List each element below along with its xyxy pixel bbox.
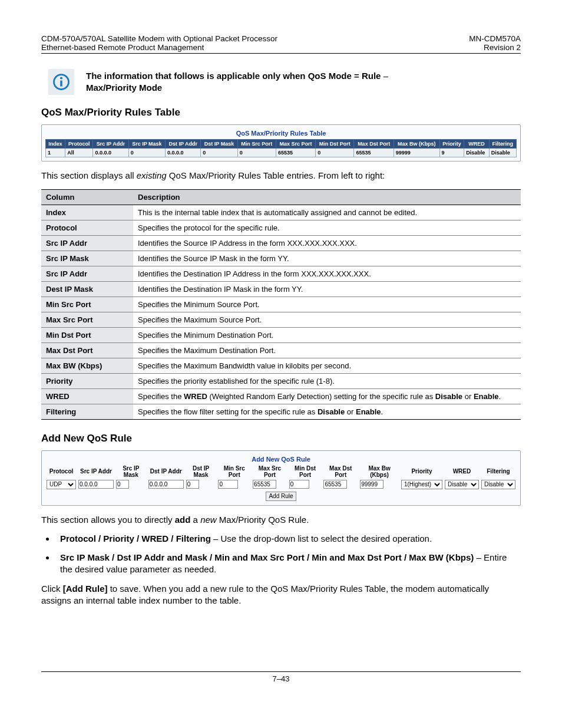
intro-paragraph-2: This section allows you to directly add … — [41, 514, 521, 526]
table-row: PrioritySpecifies the priority establish… — [41, 373, 521, 388]
col-filtering: Filtering — [489, 140, 516, 149]
col-index: Index — [46, 140, 65, 149]
svg-point-2 — [60, 77, 62, 79]
filtering-select[interactable]: Disable — [481, 480, 515, 489]
list-item: Src IP Mask / Dst IP Addr and Mask / Min… — [55, 552, 521, 576]
col-maxbw: Max Bw (Kbps) — [394, 140, 439, 149]
header-left-2: Ethernet-based Remote Product Management — [41, 43, 204, 52]
coldesc-head-column: Column — [41, 189, 133, 205]
info-text: The information that follows is applicab… — [86, 69, 388, 94]
section-add-rule: Add New QoS Rule — [41, 433, 521, 444]
table-row: IndexThis is the internal table index th… — [41, 205, 521, 220]
wred-select[interactable]: Disable — [445, 480, 479, 489]
col-maxdst: Max Dst Port — [354, 140, 394, 149]
protocol-select[interactable]: UDP — [47, 480, 76, 489]
priority-select[interactable]: 1(Highest) — [401, 480, 442, 489]
list-item: Protocol / Priority / WRED / Filtering –… — [55, 533, 521, 545]
table-row: Max BW (Kbps)Specifies the Maximum Bandw… — [41, 358, 521, 373]
max-src-port-input[interactable] — [253, 480, 276, 489]
add-panel-title: Add New QoS Rule — [45, 454, 517, 465]
src-mask-input[interactable] — [116, 480, 129, 489]
page-footer: 7–43 — [41, 671, 521, 683]
col-protocol: Protocol — [65, 140, 93, 149]
closing-paragraph: Click [Add Rule] to save. When you add a… — [41, 583, 521, 607]
dst-ip-input[interactable] — [148, 480, 184, 489]
table-row: Max Src PortSpecifies the Maximum Source… — [41, 312, 521, 327]
page-header: CDM-570A/570AL Satellite Modem with Opti… — [41, 34, 521, 54]
col-wred: WRED — [464, 140, 489, 149]
svg-rect-1 — [60, 81, 62, 87]
add-rule-form: Protocol Src IP Addr Src IP Mask Dst IP … — [45, 465, 517, 502]
header-right-1: MN-CDM570A — [469, 34, 521, 43]
col-srcmask: Src IP Mask — [128, 140, 165, 149]
col-maxsrc: Max Src Port — [276, 140, 315, 149]
column-description-table: Column Description IndexThis is the inte… — [41, 189, 521, 420]
header-left-1: CDM-570A/570AL Satellite Modem with Opti… — [41, 34, 277, 43]
table-row: WRED Specifies the WRED (Weighted Random… — [41, 388, 521, 404]
intro-paragraph-1: This section displays all existing QoS M… — [41, 170, 521, 182]
add-rule-button[interactable]: Add Rule — [266, 492, 296, 501]
table-row: Min Dst PortSpecifies the Minimum Destin… — [41, 327, 521, 342]
src-ip-input[interactable] — [78, 480, 114, 489]
min-dst-port-input[interactable] — [289, 480, 309, 489]
col-minsrc: Min Src Port — [237, 140, 276, 149]
max-bw-input[interactable] — [360, 480, 384, 489]
col-priority: Priority — [439, 140, 464, 149]
table-row: Dest IP MaskIdentifies the Destination I… — [41, 281, 521, 297]
table-row: Filtering Specifies the flow filter sett… — [41, 404, 521, 419]
col-mindst: Min Dst Port — [316, 140, 354, 149]
col-dstmask: Dst IP Mask — [201, 140, 237, 149]
qos-rules-panel: QoS Max/Priority Rules Table Index Proto… — [41, 124, 521, 162]
info-icon — [48, 69, 74, 95]
instruction-list: Protocol / Priority / WRED / Filtering –… — [55, 533, 521, 576]
table-row: ProtocolSpecifies the protocol for the s… — [41, 220, 521, 235]
qos-panel-title: QoS Max/Priority Rules Table — [45, 129, 517, 139]
max-dst-port-input[interactable] — [323, 480, 347, 489]
table-row: Min Src PortSpecifies the Minimum Source… — [41, 297, 521, 312]
coldesc-head-description: Description — [133, 189, 521, 205]
table-row: Src IP AddrIdentifies the Source IP Addr… — [41, 235, 521, 251]
table-row: Max Dst PortSpecifies the Maximum Destin… — [41, 342, 521, 358]
col-srcip: Src IP Addr — [93, 140, 128, 149]
section-qos-table: QoS Max/Priority Rules Table — [41, 107, 521, 118]
dst-mask-input[interactable] — [186, 480, 199, 489]
header-right-2: Revision 2 — [484, 43, 521, 52]
callout-line2: Max/Priority Mode — [86, 83, 162, 93]
table-row: Src IP AddrIdentifies the Destination IP… — [41, 266, 521, 281]
add-rule-panel: Add New QoS Rule Protocol Src IP Addr Sr… — [41, 450, 521, 506]
min-src-port-input[interactable] — [218, 480, 238, 489]
info-callout: The information that follows is applicab… — [48, 69, 521, 95]
page-number: 7–43 — [273, 674, 290, 683]
callout-line1a: The information that follows is applicab… — [86, 71, 381, 81]
col-dstip: Dst IP Addr — [166, 140, 201, 149]
table-row: Src IP MaskIdentifies the Source IP Mask… — [41, 251, 521, 266]
qos-rules-table: Index Protocol Src IP Addr Src IP Mask D… — [45, 139, 517, 157]
table-row: 1 All 0.0.0.0 0 0.0.0.0 0 0 65535 0 6553… — [46, 149, 517, 157]
